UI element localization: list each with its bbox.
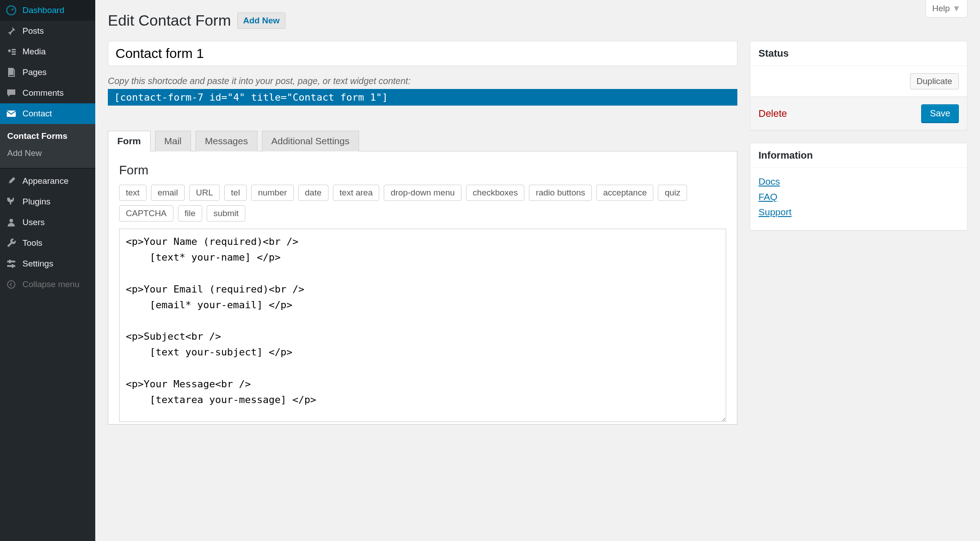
sidebar-label: Media: [22, 47, 46, 57]
help-label: Help: [932, 4, 950, 13]
sidebar-label: Users: [22, 217, 45, 227]
tag-btn-number[interactable]: number: [251, 185, 293, 201]
tab-messages[interactable]: Messages: [195, 131, 257, 151]
collapse-icon: [5, 279, 17, 290]
sidebar-label: Plugins: [22, 197, 50, 207]
info-link-support[interactable]: Support: [758, 207, 959, 217]
submenu-item-add-new[interactable]: Add New: [0, 145, 95, 162]
information-metabox: Information Docs FAQ Support: [750, 143, 967, 231]
tag-btn-captcha[interactable]: CAPTCHA: [119, 205, 173, 222]
collapse-menu[interactable]: Collapse menu: [0, 274, 95, 295]
tag-btn-dropdown[interactable]: drop-down menu: [384, 185, 461, 201]
duplicate-button[interactable]: Duplicate: [910, 73, 959, 89]
sidebar-item-media[interactable]: Media: [0, 41, 95, 62]
sidebar-item-dashboard[interactable]: Dashboard: [0, 0, 95, 21]
tag-btn-tel[interactable]: tel: [224, 185, 247, 201]
sidebar-label: Settings: [22, 259, 53, 269]
pin-icon: [5, 25, 17, 37]
sidebar-item-contact[interactable]: Contact: [0, 103, 95, 124]
sidebar-item-users[interactable]: Users: [0, 212, 95, 233]
info-link-docs[interactable]: Docs: [758, 176, 959, 187]
tag-btn-quiz[interactable]: quiz: [658, 185, 687, 201]
shortcode-display[interactable]: [contact-form-7 id="4" title="Contact fo…: [108, 89, 737, 106]
main-content: Help ▼ Edit Contact Form Add New Copy th…: [95, 0, 980, 541]
sidebar-submenu: Contact Forms Add New: [0, 124, 95, 168]
status-metabox: Status Duplicate Delete Save: [750, 41, 967, 130]
svg-point-4: [9, 219, 13, 222]
brush-icon: [5, 175, 17, 187]
page-icon: [5, 67, 17, 78]
dashboard-icon: [5, 4, 17, 16]
tag-btn-url[interactable]: URL: [189, 185, 220, 201]
wrench-icon: [5, 237, 17, 249]
sidebar-item-settings[interactable]: Settings: [0, 253, 95, 274]
status-heading: Status: [750, 41, 967, 66]
svg-rect-5: [7, 261, 15, 262]
save-button[interactable]: Save: [921, 104, 959, 123]
delete-link[interactable]: Delete: [758, 108, 787, 120]
help-tab-container: Help ▼: [926, 0, 967, 18]
svg-rect-8: [12, 264, 13, 268]
sidebar-label: Comments: [22, 88, 64, 98]
submenu-item-contact-forms[interactable]: Contact Forms: [0, 128, 95, 145]
sidebar-item-plugins[interactable]: Plugins: [0, 191, 95, 212]
help-button[interactable]: Help ▼: [926, 0, 967, 18]
svg-rect-6: [7, 265, 15, 267]
form-content-textarea[interactable]: [119, 229, 726, 422]
sidebar-item-posts[interactable]: Posts: [0, 21, 95, 41]
svg-point-9: [8, 281, 15, 288]
tag-btn-text[interactable]: text: [119, 185, 146, 201]
plug-icon: [5, 196, 17, 208]
information-heading: Information: [750, 143, 967, 168]
user-icon: [5, 217, 17, 228]
tag-btn-checkboxes[interactable]: checkboxes: [466, 185, 524, 201]
comment-icon: [5, 87, 17, 99]
mail-icon: [5, 108, 17, 120]
tag-btn-textarea[interactable]: text area: [333, 185, 380, 201]
tag-generator-buttons: text email URL tel number date text area…: [119, 185, 726, 222]
sidebar-label: Dashboard: [22, 5, 64, 15]
settings-icon: [5, 258, 17, 270]
tab-mail[interactable]: Mail: [155, 131, 191, 151]
svg-rect-2: [8, 68, 13, 75]
sidebar-label: Pages: [22, 67, 47, 77]
tab-form[interactable]: Form: [108, 131, 151, 151]
sidebar-item-appearance[interactable]: Appearance: [0, 171, 95, 191]
form-title-input[interactable]: [108, 41, 737, 66]
sidebar-label: Appearance: [22, 176, 68, 186]
add-new-button[interactable]: Add New: [237, 13, 285, 29]
svg-point-1: [8, 49, 11, 52]
tag-btn-submit[interactable]: submit: [207, 205, 245, 222]
form-panel: Form text email URL tel number date text…: [108, 151, 737, 425]
panel-heading: Form: [119, 163, 726, 177]
info-link-faq[interactable]: FAQ: [758, 191, 959, 202]
shortcode-hint: Copy this shortcode and paste it into yo…: [108, 76, 737, 86]
admin-sidebar: Dashboard Posts Media Pages Comments Con…: [0, 0, 95, 541]
tag-btn-file[interactable]: file: [178, 205, 202, 222]
tag-btn-email[interactable]: email: [151, 185, 185, 201]
tabs: Form Mail Messages Additional Settings: [108, 131, 737, 151]
sidebar-item-comments[interactable]: Comments: [0, 83, 95, 103]
sidebar-label: Tools: [22, 238, 42, 248]
sidebar-item-tools[interactable]: Tools: [0, 233, 95, 253]
tab-additional-settings[interactable]: Additional Settings: [262, 131, 359, 151]
tag-btn-date[interactable]: date: [298, 185, 328, 201]
svg-rect-7: [9, 260, 11, 263]
tag-btn-radio[interactable]: radio buttons: [529, 185, 592, 201]
chevron-down-icon: ▼: [952, 4, 961, 13]
page-title: Edit Contact Form: [108, 12, 231, 29]
sidebar-item-pages[interactable]: Pages: [0, 62, 95, 83]
sidebar-label: Posts: [22, 26, 44, 36]
sidebar-label: Contact: [22, 109, 52, 119]
collapse-label: Collapse menu: [22, 279, 80, 289]
media-icon: [5, 46, 17, 58]
tag-btn-acceptance[interactable]: acceptance: [596, 185, 653, 201]
